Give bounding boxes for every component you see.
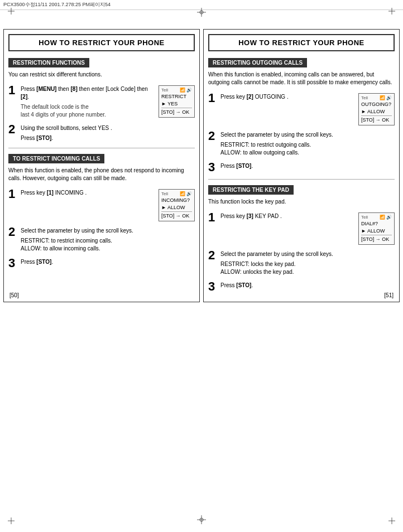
outgoing-calls-section: RESTRICTING OUTGOING CALLS When this fun… [208,58,395,173]
keypad-header: RESTRICTING THE KEY PAD [208,185,294,195]
incoming-step-1-content: Press key [1] INCOMING . Tell📶 🔊 INCOMIN… [21,188,195,221]
left-step-2-content: Using the scroll buttons, select YES . P… [21,123,195,142]
corner-mark-tl [8,8,15,14]
page-wrapper: PCX3500수정11/11 2001.7.278:25 PM페이지54 HOW… [0,0,403,532]
incoming-step-1-number: 1 [8,188,18,200]
outgoing-step-1: 1 Press key [2] OUTGOING . Tell📶 🔊 OUTGO… [208,92,395,125]
incoming-step-3-text: Press [STO]. [21,258,195,266]
left-step-1-display: Tell📶 🔊 RESTRICT ► YES [STO] → OK [159,85,195,118]
header-text: PCX3500수정11/11 2001.7.278:25 PM페이지54 [3,2,111,7]
outgoing-step-1-text: Press key [2] OUTGOING . [220,93,356,101]
left-step-2: 2 Using the scroll buttons, select YES .… [8,123,195,142]
keypad-step-1-display: Tell📶 🔊 DIAL#? ► ALLOW [STO] → OK [358,212,395,245]
left-step-1-number: 1 [8,84,18,96]
keypad-step-1-text: Press key [3] KEY PAD . [220,212,356,220]
outgoing-step-2-text: Select the parameter by using the scroll… [220,131,395,139]
outgoing-calls-intro: When this function is enabled, incoming … [208,71,395,86]
incoming-step-2: 2 Select the parameter by using the scro… [8,226,195,253]
incoming-step-3: 3 Press [STO]. [8,257,195,269]
incoming-step-3-content: Press [STO]. [21,257,195,266]
left-step-2-number: 2 [8,123,18,136]
left-step-1-text: Press [MENU] then [8] then enter [Lock C… [21,85,156,101]
outgoing-step-3-number: 3 [208,161,218,173]
keypad-step-1: 1 Press key [3] KEY PAD . Tell📶 🔊 DIAL#?… [208,211,395,245]
corner-mark-bl [8,518,15,524]
left-page-number: [50] [9,292,19,298]
left-step-1: 1 Press [MENU] then [8] then enter [Lock… [8,84,195,119]
corner-mark-tr [388,8,395,14]
keypad-step-3: 3 Press [STO]. [208,280,395,293]
incoming-calls-intro: When this function is enabled, the phone… [8,167,195,182]
corner-mark-br [388,518,395,524]
outgoing-step-1-display: Tell📶 🔊 OUTGOING? ► ALLOW [STO] → OK [358,93,395,125]
keypad-step-2-text: Select the parameter by using the scroll… [220,250,395,258]
crosshair-top [197,8,206,17]
keypad-step-3-number: 3 [208,280,218,293]
incoming-step-1-text: Press key [1] INCOMING . [21,189,156,197]
incoming-step-2-text: Select the parameter by using the scroll… [21,227,195,235]
outgoing-step-2-content: Select the parameter by using the scroll… [220,130,395,157]
outgoing-step-1-number: 1 [208,92,218,104]
keypad-step-3-content: Press [STO]. [220,280,395,289]
outgoing-step-2: 2 Select the parameter by using the scro… [208,130,395,157]
incoming-calls-header: TO RESTRICT INCOMING CALLS [8,154,104,163]
left-column: HOW TO RESTRICT YOUR PHONE RESTRICTION F… [3,29,200,302]
right-column: HOW TO RESTRICT YOUR PHONE RESTRICTING O… [203,29,400,302]
restriction-functions-intro: You can restrict six different functions… [8,71,195,79]
restriction-functions-section: RESTRICTION FUNCTIONS You can restrict s… [8,58,195,142]
keypad-step-1-content: Press key [3] KEY PAD . Tell📶 🔊 DIAL#? ►… [220,211,395,245]
keypad-step-3-text: Press [STO]. [220,282,395,289]
right-column-title: HOW TO RESTRICT YOUR PHONE [208,34,395,51]
keypad-step-2-text2: RESTRICT: locks the key pad.ALLOW: unloc… [220,260,395,276]
incoming-step-1: 1 Press key [1] INCOMING . Tell📶 🔊 INCOM… [8,188,195,221]
left-step-2-text2: Press [STO]. [21,134,195,142]
restriction-functions-header: RESTRICTION FUNCTIONS [8,58,89,67]
left-step-2-text: Using the scroll buttons, select YES . [21,124,195,132]
incoming-step-2-text2: RESTRICT: to restrict incoming calls.ALL… [21,237,195,253]
outgoing-step-3-text: Press [STO]. [220,162,395,170]
incoming-step-2-content: Select the parameter by using the scroll… [21,226,195,253]
keypad-step-1-number: 1 [208,211,218,224]
outgoing-step-3-content: Press [STO]. [220,161,395,170]
outgoing-step-3: 3 Press [STO]. [208,161,395,173]
outgoing-step-2-text2: RESTRICT: to restrict outgoing calls.ALL… [220,141,395,157]
keypad-step-2: 2 Select the parameter by using the scro… [208,249,395,276]
incoming-step-2-number: 2 [8,226,18,238]
keypad-intro: This function locks the key pad. [208,198,395,206]
outgoing-step-1-content: Press key [2] OUTGOING . Tell📶 🔊 OUTGOIN… [220,92,395,125]
keypad-step-2-number: 2 [208,249,218,262]
left-divider [8,148,195,148]
right-divider [208,179,395,180]
keypad-section: RESTRICTING THE KEY PAD This function lo… [208,185,395,293]
incoming-step-3-number: 3 [8,257,18,269]
right-page-number: [51] [384,292,394,298]
left-step-1-subnote: The default lock code is thelast 4 digit… [21,103,156,119]
outgoing-step-2-number: 2 [208,130,218,142]
incoming-calls-section: TO RESTRICT INCOMING CALLS When this fun… [8,154,195,269]
crosshair-bottom [197,515,206,524]
left-step-1-content: Press [MENU] then [8] then enter [Lock C… [21,84,195,119]
left-column-title: HOW TO RESTRICT YOUR PHONE [8,34,195,51]
keypad-step-2-content: Select the parameter by using the scroll… [220,249,395,276]
outgoing-calls-header: RESTRICTING OUTGOING CALLS [208,58,307,67]
incoming-step-1-display: Tell📶 🔊 INCOMING? ► ALLOW [STO] → OK [159,189,195,221]
